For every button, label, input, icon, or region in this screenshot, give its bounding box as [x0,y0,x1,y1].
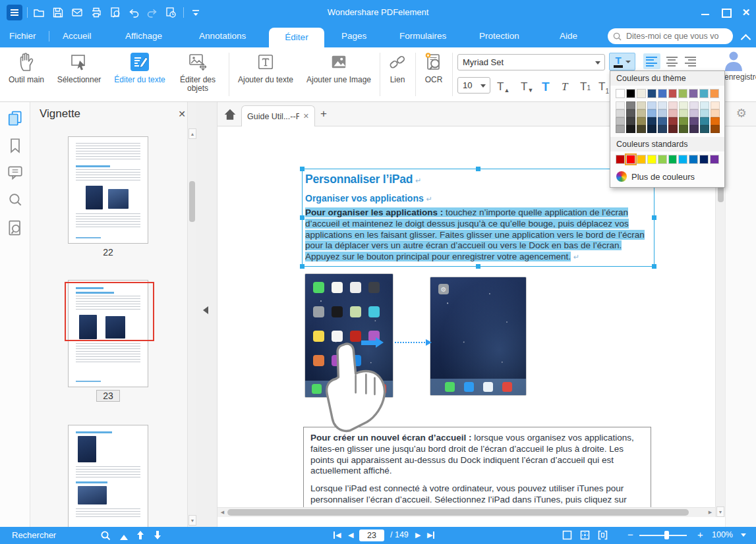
select-tool-button[interactable]: Sélectionner [50,51,108,84]
theme-variant-swatch[interactable] [616,109,625,117]
standard-color-swatch[interactable] [616,155,625,164]
theme-variant-swatch[interactable] [700,117,709,125]
theme-variant-swatch[interactable] [700,125,709,133]
comments-panel-icon[interactable] [7,164,24,181]
more-colors-button[interactable]: Plus de couleurs [610,167,724,187]
theme-variant-swatch[interactable] [616,125,625,133]
theme-variant-swatch[interactable] [700,109,709,117]
next-page-button[interactable]: ▶ [415,531,421,539]
scroll-down-arrow[interactable]: ▼ [716,506,724,517]
theme-color-swatch[interactable] [699,89,709,98]
tab-fichier[interactable]: Fichier [9,25,36,47]
add-text-tool-button[interactable]: Ajouter du texte [232,51,299,84]
vignette-scrollbar[interactable]: ▲ ▼ [187,102,196,527]
text-block[interactable]: Pour créer un nouvel écran d’accueil : l… [303,427,651,517]
document-tab[interactable]: Guide Util...--FR ✕ [241,105,315,126]
edit-objects-tool-button[interactable]: Éditer des objets [171,51,224,93]
home-tab-icon[interactable] [223,107,237,122]
standard-color-swatch[interactable] [658,155,667,164]
theme-variant-swatch[interactable] [689,125,699,133]
theme-color-swatch[interactable] [658,89,667,98]
scrollbar-thumb[interactable] [189,181,195,222]
theme-variant-swatch[interactable] [700,101,709,109]
theme-color-swatch[interactable] [668,89,678,98]
panel-splitter[interactable] [196,102,218,527]
document-horizontal-scrollbar[interactable]: ◀ ▶ [218,507,715,517]
theme-variant-swatch[interactable] [658,117,667,125]
resize-handle[interactable] [476,264,480,269]
zoom-in-button[interactable]: + [697,529,703,540]
bold-button[interactable]: T [542,76,550,94]
tab-protection[interactable]: Protection [479,25,519,47]
last-page-button[interactable]: ▶ [427,531,434,539]
tab-accueil[interactable]: Accueil [63,25,92,47]
resize-handle[interactable] [476,167,480,171]
page-number-input[interactable]: 23 [359,530,384,541]
tab-aide[interactable]: Aide [560,25,577,47]
zoom-slider-track[interactable] [639,535,687,536]
theme-variant-swatch[interactable] [658,101,667,109]
theme-variant-swatch[interactable] [711,101,720,109]
print-icon[interactable] [90,7,102,18]
app-menu-button[interactable] [7,5,22,20]
thumbnails-panel-icon[interactable] [7,110,24,127]
theme-color-swatch[interactable] [647,89,656,98]
theme-variant-swatch[interactable] [711,117,720,125]
search-label[interactable]: Rechercher [12,530,56,540]
open-file-icon[interactable] [33,7,45,18]
edit-text-tool-button[interactable]: Éditer du texte [109,51,170,84]
scroll-down-arrow[interactable]: ▼ [189,515,196,526]
zoom-out-button[interactable]: − [627,529,633,540]
previous-result-icon[interactable] [137,531,148,541]
theme-variant-swatch[interactable] [668,125,678,133]
previous-page-button[interactable]: ◀ [348,531,353,539]
theme-variant-swatch[interactable] [616,117,625,125]
standard-color-swatch[interactable] [710,155,719,164]
theme-variant-swatch[interactable] [626,101,635,109]
theme-variant-swatch[interactable] [637,109,646,117]
expand-search-icon[interactable] [120,532,131,543]
collapse-panel-icon[interactable] [203,306,208,314]
subscript-button[interactable]: T1 [598,76,609,94]
theme-variant-swatch[interactable] [689,101,699,109]
settings-gear-icon[interactable]: ⚙ [736,106,747,121]
standard-color-swatch[interactable] [699,155,709,164]
redo-icon[interactable] [146,7,158,18]
font-size-select[interactable]: 10 [457,77,490,94]
search-icon[interactable] [100,530,111,541]
bookmarks-panel-icon[interactable] [7,137,24,154]
tab-pages[interactable]: Pages [341,25,366,47]
font-family-select[interactable]: Myriad Set [457,54,605,70]
theme-variant-swatch[interactable] [668,117,678,125]
font-color-button[interactable]: T [609,53,635,70]
scroll-up-arrow[interactable]: ▲ [189,128,196,139]
theme-variant-swatch[interactable] [647,125,656,133]
theme-variant-swatch[interactable] [689,117,699,125]
theme-variant-swatch[interactable] [658,125,667,133]
standard-color-swatch[interactable] [689,155,698,164]
theme-variant-swatch[interactable] [626,117,635,125]
theme-color-swatch[interactable] [626,89,635,98]
theme-color-swatch[interactable] [616,89,625,98]
next-result-icon[interactable] [154,531,165,541]
theme-variant-swatch[interactable] [711,109,720,117]
scroll-left-arrow[interactable]: ◀ [218,508,227,516]
fit-page-view-icon[interactable] [580,530,591,541]
standard-color-swatch[interactable] [668,155,678,164]
search-input[interactable] [625,31,726,41]
maximize-button[interactable] [719,6,734,19]
standard-color-swatch[interactable] [647,155,656,164]
email-icon[interactable] [71,7,83,18]
resize-handle[interactable] [300,167,305,171]
current-view-indicator[interactable] [65,282,154,341]
collapse-ribbon-icon[interactable] [741,34,751,45]
close-panel-icon[interactable]: ✕ [178,109,186,119]
zoom-dropdown-icon[interactable] [741,533,746,537]
theme-variant-swatch[interactable] [637,125,646,133]
standard-color-swatch-selected[interactable] [626,155,635,164]
link-tool-button[interactable]: Lien [384,51,411,84]
add-image-tool-button[interactable]: Ajouter une Image [302,51,376,84]
ribbon-search-box[interactable] [608,28,733,44]
minimize-button[interactable] [699,6,713,19]
resize-handle[interactable] [652,215,656,220]
